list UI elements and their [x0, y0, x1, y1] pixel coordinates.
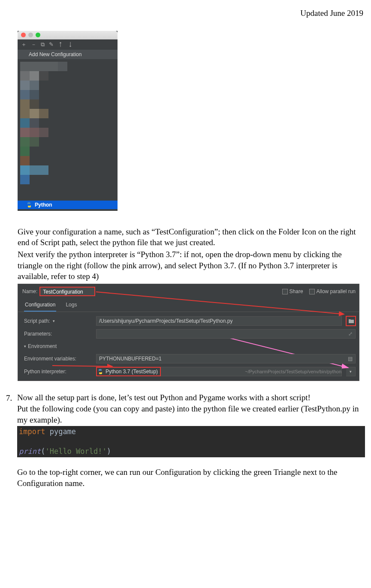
- name-input[interactable]: TestConfiguration: [40, 287, 95, 296]
- environment-header: Environment: [28, 343, 57, 350]
- code-block: import pygame print('Hello World!'): [17, 426, 365, 457]
- expand-icon[interactable]: ⤢: [348, 330, 353, 337]
- env-vars-label: Environment variables:: [24, 355, 92, 362]
- keyword-import: import: [19, 427, 45, 436]
- share-checkbox[interactable]: Share: [282, 288, 303, 295]
- sidebar-item-python[interactable]: Python: [18, 201, 118, 209]
- step7-paragraph-1: Now all the setup part is done, let’s te…: [17, 392, 365, 403]
- minimize-icon[interactable]: [28, 33, 33, 37]
- allow-parallel-checkbox[interactable]: Allow parallel run: [309, 288, 356, 295]
- python-icon: [26, 202, 32, 208]
- interpreter-select[interactable]: Python 3.7 (TestSetup) ~/PycharmProjects…: [96, 367, 342, 376]
- step7-paragraph-2: Put the following code (you can copy and…: [17, 403, 365, 425]
- mac-titlebar: [18, 31, 118, 39]
- string-literal: 'Hello World!': [45, 447, 106, 456]
- chevron-down-icon: ▾: [350, 369, 352, 374]
- python-label: Python: [35, 201, 52, 208]
- name-label: Name:: [22, 288, 37, 295]
- tab-configuration[interactable]: Configuration: [24, 300, 56, 312]
- folder-icon[interactable]: [346, 316, 356, 326]
- interpreter-label: Python interpreter:: [24, 368, 92, 375]
- wrench-icon[interactable]: ✎: [49, 41, 54, 48]
- header-date: Updated June 2019: [6, 8, 365, 19]
- parameters-label: Parameters:: [24, 330, 92, 337]
- dropdown-button[interactable]: ▾: [346, 367, 356, 376]
- tab-logs[interactable]: Logs: [65, 300, 78, 312]
- checkbox-icon: [282, 289, 288, 294]
- func-print: print: [19, 447, 41, 456]
- step-number: 7.: [6, 392, 12, 489]
- list-icon[interactable]: ▤: [348, 355, 353, 362]
- interpreter-path: ~/PycharmProjects/TestSetup/venv/bin/pyt…: [245, 369, 341, 375]
- module-name: pygame: [50, 427, 76, 436]
- screenshot-run-configuration: Name: TestConfiguration Share Allow para…: [18, 284, 359, 381]
- chevron-down-icon[interactable]: ▾: [53, 318, 55, 324]
- minus-icon[interactable]: －: [31, 41, 36, 48]
- copy-icon[interactable]: ⧉: [41, 41, 45, 48]
- checkbox-icon: [309, 289, 315, 294]
- down-icon[interactable]: ⭣: [68, 41, 73, 48]
- parameters-input[interactable]: ⤢: [96, 329, 356, 339]
- close-icon[interactable]: [21, 33, 26, 37]
- footer-paragraph: Go to the top-right corner, we can run o…: [17, 467, 365, 489]
- instruction-paragraph-2: Next verify the python interpreter is “P…: [18, 249, 365, 282]
- blurred-config-list: [20, 62, 77, 184]
- maximize-icon[interactable]: [36, 33, 40, 37]
- config-toolbar: ＋ － ⧉ ✎ ⭡ ⭣: [18, 39, 118, 50]
- chevron-down-icon[interactable]: ▾: [24, 344, 26, 349]
- script-path-label: Script path:: [24, 318, 50, 324]
- plus-icon[interactable]: ＋: [21, 41, 27, 48]
- screenshot-add-configuration: ＋ － ⧉ ✎ ⭡ ⭣ Add New Configuration Python: [18, 31, 118, 211]
- add-new-configuration-header: Add New Configuration: [18, 50, 118, 59]
- python-icon: [97, 369, 103, 375]
- up-icon[interactable]: ⭡: [58, 41, 63, 48]
- env-vars-input[interactable]: PYTHONUNBUFFERED=1 ▤: [96, 354, 356, 363]
- instruction-paragraph-1: Give your configuration a name, such as …: [18, 226, 365, 248]
- script-path-input[interactable]: /Users/shijunyu/PycharmProjects/TestSetu…: [96, 316, 342, 326]
